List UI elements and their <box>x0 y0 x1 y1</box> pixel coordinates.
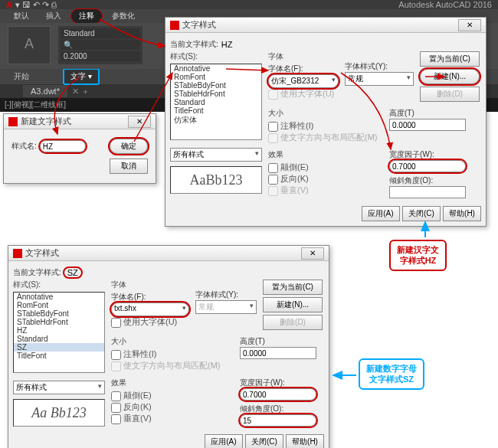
close-icon[interactable]: ✕ <box>458 19 481 31</box>
tab-default[interactable]: 默认 <box>6 9 37 23</box>
app-title: Autodesk AutoCAD 2016 <box>398 0 492 9</box>
preview-box: AaBb123 <box>170 166 262 194</box>
hz-title: 文字样式 <box>182 19 458 31</box>
close-icon[interactable]: ✕ <box>301 247 324 260</box>
new-button[interactable]: 新建(N)... <box>263 297 323 312</box>
list-item[interactable]: STableHdrFont <box>14 318 104 326</box>
qat-icons[interactable]: ▾ 🖫 ↶ ↷ ⎙ <box>15 0 57 10</box>
oblique-input[interactable] <box>240 414 316 427</box>
text-group[interactable]: A <box>8 26 51 64</box>
annotative-check[interactable]: 注释性(I) <box>111 350 156 358</box>
size-section: 大小 <box>111 336 234 347</box>
font-style-combo[interactable]: 常规 <box>195 300 257 314</box>
style-name-combo[interactable]: Standard <box>61 28 140 38</box>
font-section: 字体 <box>268 51 339 62</box>
styles-listbox[interactable]: Annotative RomFont STableBdyFont STableH… <box>13 292 105 373</box>
width-factor-input[interactable] <box>240 388 316 401</box>
list-item[interactable]: Annotative <box>171 64 261 73</box>
cancel-button[interactable]: 取消 <box>110 159 148 174</box>
new-button[interactable]: 新建(N)... <box>420 69 480 84</box>
styles-list-label: 样式(S): <box>170 51 262 62</box>
sz-titlebar: 文字样式 ✕ <box>8 246 329 261</box>
file-tab-a3[interactable]: A3.dwt* <box>23 85 67 97</box>
delete-button: 删除(D) <box>263 315 323 330</box>
list-item[interactable]: Standard <box>171 98 261 106</box>
font-section: 字体 <box>111 280 189 290</box>
height-input[interactable] <box>240 347 316 359</box>
backwards-check[interactable]: 反向(K) <box>268 175 309 183</box>
styles-listbox[interactable]: Annotative RomFont STableBdyFont STableH… <box>170 64 262 140</box>
close-button[interactable]: 关闭(C) <box>402 206 441 221</box>
list-item[interactable]: Annotative <box>14 293 104 301</box>
list-item[interactable]: TitleFont <box>171 106 261 115</box>
ok-button[interactable]: 确定 <box>110 139 148 154</box>
title-bar: A ▾ 🖫 ↶ ↷ ⎙ Autodesk AutoCAD 2016 <box>0 0 498 9</box>
vertical-check: 垂直(V) <box>268 186 309 195</box>
upside-check[interactable]: 颠倒(E) <box>111 391 152 400</box>
panel-start[interactable]: 开始 <box>8 70 35 83</box>
height-label: 高度(T) <box>240 336 324 347</box>
list-item[interactable]: TitleFont <box>14 352 104 360</box>
height-label: 高度(T) <box>389 108 481 119</box>
find-text-combo[interactable]: 🔍 <box>61 40 140 50</box>
new-dlg-title: 新建文字样式 <box>21 116 128 127</box>
list-item[interactable]: STableHdrFont <box>171 90 261 98</box>
font-style-label: 字体样式(Y): <box>345 61 414 72</box>
font-name-combo[interactable]: 仿宋_GB2312 <box>268 74 339 88</box>
cur-style-value: HZ <box>221 40 233 49</box>
list-item[interactable]: Standard <box>14 335 104 343</box>
close-icon[interactable]: ✕ <box>128 116 151 128</box>
backwards-check[interactable]: 反向(K) <box>111 403 152 411</box>
cur-style-label: 当前文字样式: <box>170 39 218 50</box>
filter-combo[interactable]: 所有样式 <box>170 148 262 162</box>
font-name-label: 字体名(F): <box>268 64 339 74</box>
style-name-input[interactable] <box>40 140 86 152</box>
filter-combo[interactable]: 所有样式 <box>13 381 105 394</box>
list-item[interactable]: 仿宋体 <box>171 115 261 126</box>
vertical-check[interactable]: 垂直(V) <box>111 414 152 423</box>
delete-button: 删除(D) <box>420 87 480 102</box>
autocad-icon <box>8 117 18 126</box>
list-item[interactable]: STableBdyFont <box>14 309 104 318</box>
list-item[interactable]: HZ <box>14 326 104 335</box>
match-orient-check: 使文字方向与布局匹配(M) <box>111 361 221 370</box>
list-item[interactable]: RomFont <box>171 73 261 81</box>
font-name-combo[interactable]: txt.shx <box>111 302 189 316</box>
file-tab-add[interactable]: ✕ ＋ <box>72 86 90 97</box>
app-logo: A <box>6 0 12 9</box>
help-button[interactable]: 帮助(H) <box>443 206 481 221</box>
panel-text[interactable]: 文字 ▾ <box>63 68 100 85</box>
height-input[interactable] <box>389 119 466 131</box>
set-current-button[interactable]: 置为当前(C) <box>263 280 323 295</box>
size-section: 大小 <box>268 108 383 119</box>
oblique-label: 倾斜角度(O): <box>389 175 481 186</box>
oblique-label: 倾斜角度(O): <box>240 404 324 414</box>
upside-check[interactable]: 颠倒(E) <box>268 163 309 172</box>
close-button[interactable]: 关闭(C) <box>245 434 283 448</box>
big-font-check[interactable]: 使用大字体(U) <box>111 318 177 326</box>
text-style-dialog-hz: 文字样式 ✕ 当前文字样式:HZ 样式(S): Annotative RomFo… <box>165 17 487 227</box>
text-height-box[interactable]: 0.2000 <box>61 51 140 61</box>
apply-button[interactable]: 应用(A) <box>205 434 243 448</box>
set-current-button[interactable]: 置为当前(C) <box>420 51 480 67</box>
tab-parametric[interactable]: 参数化 <box>104 9 143 23</box>
tab-insert[interactable]: 插入 <box>38 9 69 23</box>
list-item[interactable]: SZ <box>14 343 104 352</box>
apply-button[interactable]: 应用(A) <box>362 206 400 221</box>
autocad-icon <box>170 21 179 30</box>
width-factor-label: 宽度因子(W): <box>240 378 324 388</box>
list-item[interactable]: STableBdyFont <box>171 81 261 90</box>
cur-style-value: SZ <box>64 268 81 277</box>
width-factor-label: 宽度因子(W): <box>389 149 481 160</box>
annotative-check[interactable]: 注释性(I) <box>268 122 313 130</box>
font-style-combo[interactable]: 常规 <box>345 72 414 86</box>
preview-box: Aa Bb123 <box>13 399 105 427</box>
help-button[interactable]: 帮助(H) <box>286 434 324 448</box>
sz-title: 文字样式 <box>25 247 301 259</box>
tab-annotate[interactable]: 注释 <box>70 8 103 24</box>
style-panel: Standard 🔍 0.2000 <box>58 26 143 64</box>
oblique-input[interactable] <box>389 186 466 198</box>
autocad-icon <box>13 249 22 258</box>
width-factor-input[interactable] <box>389 160 466 172</box>
list-item[interactable]: RomFont <box>14 301 104 309</box>
